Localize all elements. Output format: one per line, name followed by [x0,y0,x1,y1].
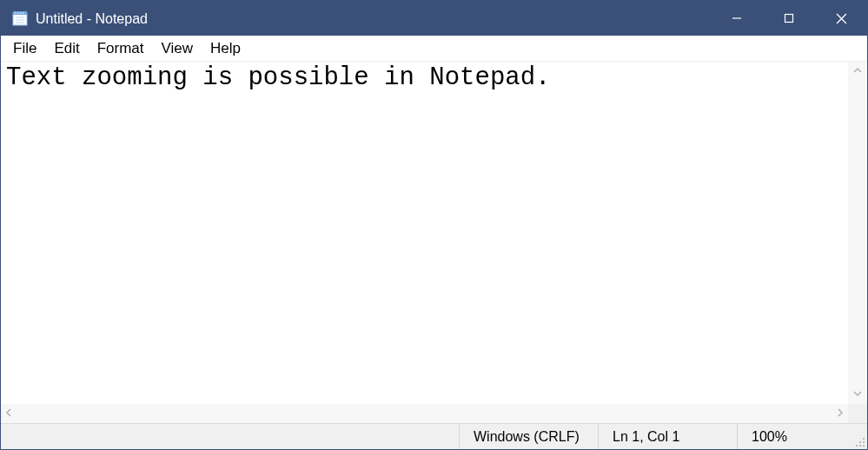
menu-edit[interactable]: Edit [45,38,88,59]
svg-rect-0 [13,13,27,25]
minimize-button[interactable] [711,1,763,36]
text-editor[interactable]: Text zooming is possible in Notepad. [1,62,848,404]
menubar: File Edit Format View Help [1,36,867,62]
horizontal-scrollbar[interactable] [1,404,848,423]
minimize-icon [732,13,742,23]
svg-point-2 [15,12,17,14]
svg-rect-10 [785,15,793,23]
menu-help[interactable]: Help [202,38,249,59]
scroll-up-icon[interactable] [850,62,865,81]
scroll-right-icon[interactable] [832,404,848,423]
scroll-left-icon[interactable] [1,404,17,423]
resize-grip-icon [855,437,865,447]
svg-point-4 [20,12,22,14]
svg-point-17 [859,445,861,447]
vertical-scrollbar[interactable] [848,62,867,404]
scroll-corner [848,404,867,423]
titlebar[interactable]: Untitled - Notepad [1,1,867,36]
maximize-icon [784,13,794,23]
maximize-button[interactable] [763,1,815,36]
statusbar-line-ending: Windows (CRLF) [459,424,598,449]
svg-point-5 [23,12,24,14]
statusbar: Windows (CRLF) Ln 1, Col 1 100% [1,423,867,449]
svg-point-14 [859,441,861,443]
notepad-app-icon [11,10,29,27]
svg-point-18 [863,445,865,447]
close-icon [836,13,847,24]
svg-point-15 [863,441,865,443]
svg-point-16 [856,445,858,447]
window-title: Untitled - Notepad [36,10,711,27]
statusbar-cursor-position: Ln 1, Col 1 [598,424,737,449]
svg-point-3 [17,12,19,14]
menu-file[interactable]: File [4,38,45,59]
menu-view[interactable]: View [153,38,202,59]
statusbar-zoom: 100% [737,424,850,449]
close-button[interactable] [815,1,867,36]
svg-point-13 [863,438,865,440]
menu-format[interactable]: Format [89,38,153,59]
resize-grip[interactable] [850,424,867,449]
editor-container: Text zooming is possible in Notepad. [1,62,867,423]
scroll-down-icon[interactable] [850,385,865,404]
